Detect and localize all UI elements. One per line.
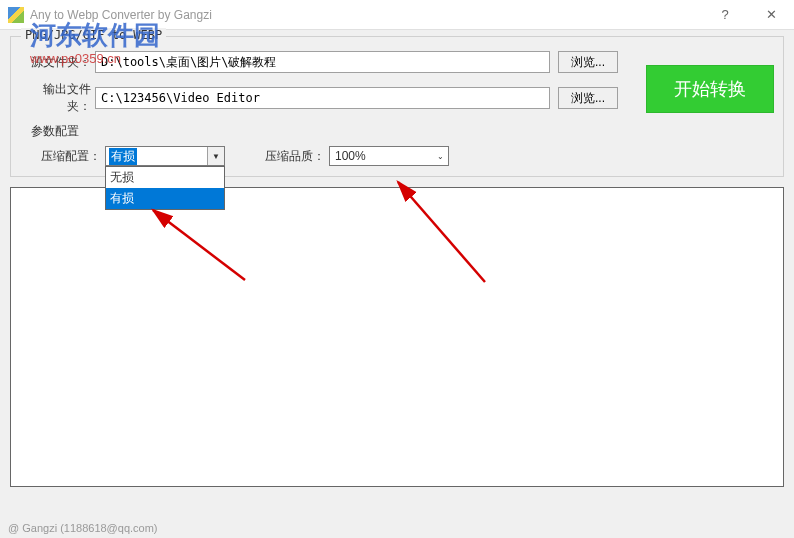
close-button[interactable]: ✕	[748, 0, 794, 30]
help-button[interactable]: ?	[702, 0, 748, 30]
compress-combo[interactable]: 有损 ▼	[105, 146, 225, 166]
title-bar: Any to Webp Converter by Gangzi ? ✕	[0, 0, 794, 30]
output-label: 输出文件夹：	[21, 81, 91, 115]
app-icon	[8, 7, 24, 23]
status-bar: @ Gangzi (1188618@qq.com)	[8, 522, 158, 534]
browse-output-button[interactable]: 浏览...	[558, 87, 618, 109]
output-textarea[interactable]	[10, 187, 784, 487]
param-row: 压缩配置： 有损 ▼ 无损 有损 压缩品质： 100% ⌄	[31, 146, 773, 166]
params-section: 参数配置 压缩配置： 有损 ▼ 无损 有损 压缩品质： 100% ⌄	[21, 123, 773, 166]
compress-label: 压缩配置：	[41, 148, 101, 165]
dropdown-option-lossless[interactable]: 无损	[106, 167, 224, 188]
browse-source-button[interactable]: 浏览...	[558, 51, 618, 73]
main-area: PNG/JPG/GIF to WEBP 源文件夹： 浏览... 输出文件夹： 浏…	[0, 30, 794, 493]
compress-combo-wrapper: 有损 ▼ 无损 有损	[105, 146, 225, 166]
chevron-down-icon: ⌄	[437, 152, 444, 161]
compress-selected: 有损	[109, 148, 137, 165]
source-path-input[interactable]	[95, 51, 550, 73]
quality-label: 压缩品质：	[265, 148, 325, 165]
group-title: PNG/JPG/GIF to WEBP	[21, 28, 166, 42]
compress-dropdown: 无损 有损	[105, 166, 225, 210]
start-convert-button[interactable]: 开始转换	[646, 65, 774, 113]
output-path-input[interactable]	[95, 87, 550, 109]
chevron-down-icon: ▼	[207, 147, 224, 165]
quality-combo[interactable]: 100% ⌄	[329, 146, 449, 166]
params-section-label: 参数配置	[31, 123, 773, 140]
dropdown-option-lossy[interactable]: 有损	[106, 188, 224, 209]
window-title: Any to Webp Converter by Gangzi	[30, 8, 702, 22]
window-controls: ? ✕	[702, 0, 794, 30]
quality-value: 100%	[335, 149, 366, 163]
source-label: 源文件夹：	[21, 54, 91, 71]
